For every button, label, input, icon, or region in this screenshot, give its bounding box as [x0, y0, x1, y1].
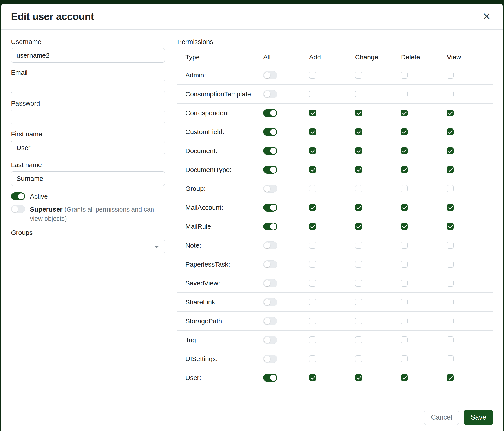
permission-view-checkbox[interactable]: [447, 166, 454, 173]
permission-change-checkbox[interactable]: [355, 242, 362, 249]
permission-change-checkbox[interactable]: [355, 355, 362, 362]
permission-view-checkbox[interactable]: [447, 280, 454, 287]
superuser-toggle[interactable]: [11, 205, 25, 213]
permission-add-checkbox[interactable]: [309, 355, 316, 362]
permission-add-checkbox[interactable]: [309, 242, 316, 249]
permission-delete-checkbox[interactable]: [401, 317, 408, 324]
permission-all-toggle[interactable]: [263, 204, 277, 212]
permission-add-checkbox[interactable]: [309, 185, 316, 192]
permission-delete-checkbox[interactable]: [401, 128, 408, 135]
permission-change-checkbox[interactable]: [355, 374, 362, 381]
permission-view-checkbox[interactable]: [447, 147, 454, 154]
permission-add-checkbox[interactable]: [309, 223, 316, 230]
modal-header: Edit user account ✕: [1, 3, 503, 30]
active-toggle[interactable]: [11, 192, 25, 200]
permission-add-checkbox[interactable]: [309, 280, 316, 287]
permission-change-checkbox[interactable]: [355, 299, 362, 305]
permission-view-checkbox[interactable]: [447, 72, 454, 79]
permission-view-checkbox[interactable]: [447, 336, 454, 343]
permission-all-toggle[interactable]: [263, 279, 277, 287]
permission-change-checkbox[interactable]: [355, 147, 362, 154]
permission-all-toggle[interactable]: [263, 298, 277, 306]
permission-all-toggle[interactable]: [263, 147, 277, 155]
permission-view-checkbox[interactable]: [447, 355, 454, 362]
permission-change-checkbox[interactable]: [355, 280, 362, 287]
permission-add-checkbox[interactable]: [309, 261, 316, 268]
permission-view-checkbox[interactable]: [447, 128, 454, 135]
permission-add-checkbox[interactable]: [309, 72, 316, 79]
permission-delete-checkbox[interactable]: [401, 147, 408, 154]
permission-view-checkbox[interactable]: [447, 242, 454, 249]
permission-add-checkbox[interactable]: [309, 147, 316, 154]
permission-all-toggle[interactable]: [263, 128, 277, 136]
permission-delete-checkbox[interactable]: [401, 242, 408, 249]
permission-view-checkbox[interactable]: [447, 90, 454, 98]
permission-all-toggle[interactable]: [263, 223, 277, 230]
permission-add-checkbox[interactable]: [309, 128, 316, 135]
permission-delete-checkbox[interactable]: [401, 185, 408, 192]
permission-delete-checkbox[interactable]: [401, 299, 408, 305]
permission-delete-checkbox[interactable]: [401, 204, 408, 211]
permission-all-toggle[interactable]: [263, 109, 277, 117]
permission-add-checkbox[interactable]: [309, 166, 316, 173]
permission-delete-checkbox[interactable]: [401, 166, 408, 173]
permission-all-toggle[interactable]: [263, 166, 277, 174]
superuser-text: Superuser (Grants all permissions and ca…: [30, 205, 165, 223]
permission-change-checkbox[interactable]: [355, 336, 362, 343]
permission-delete-checkbox[interactable]: [401, 90, 408, 98]
permission-change-checkbox[interactable]: [355, 128, 362, 135]
permission-add-checkbox[interactable]: [309, 204, 316, 211]
permission-change-checkbox[interactable]: [355, 261, 362, 268]
permission-change-checkbox[interactable]: [355, 166, 362, 173]
permission-view-checkbox[interactable]: [447, 204, 454, 211]
groups-select[interactable]: [11, 239, 165, 254]
permission-change-checkbox[interactable]: [355, 72, 362, 79]
permission-view-checkbox[interactable]: [447, 261, 454, 268]
password-input[interactable]: [11, 110, 165, 124]
permission-type-label: Correspondent:: [178, 109, 263, 117]
permission-view-checkbox[interactable]: [447, 374, 454, 381]
permission-all-toggle[interactable]: [263, 260, 277, 268]
permission-change-checkbox[interactable]: [355, 204, 362, 211]
permission-delete-checkbox[interactable]: [401, 374, 408, 381]
permission-add-checkbox[interactable]: [309, 317, 316, 324]
permission-view-checkbox[interactable]: [447, 223, 454, 230]
permission-all-toggle[interactable]: [263, 242, 277, 249]
first-name-input[interactable]: [11, 141, 165, 155]
permission-delete-checkbox[interactable]: [401, 280, 408, 287]
permission-all-toggle[interactable]: [263, 185, 277, 193]
permission-change-checkbox[interactable]: [355, 317, 362, 324]
last-name-input[interactable]: [11, 171, 165, 186]
permission-add-checkbox[interactable]: [309, 374, 316, 381]
permission-view-checkbox[interactable]: [447, 109, 454, 116]
permission-add-checkbox[interactable]: [309, 299, 316, 305]
permission-view-checkbox[interactable]: [447, 299, 454, 305]
permission-all-toggle[interactable]: [263, 336, 277, 344]
last-name-field-group: Last name: [11, 161, 165, 186]
permission-delete-checkbox[interactable]: [401, 336, 408, 343]
permission-change-checkbox[interactable]: [355, 185, 362, 192]
cancel-button[interactable]: Cancel: [424, 410, 459, 425]
permission-change-checkbox[interactable]: [355, 90, 362, 98]
permission-all-toggle[interactable]: [263, 355, 277, 363]
permission-add-checkbox[interactable]: [309, 336, 316, 343]
username-input[interactable]: [11, 48, 165, 63]
permission-delete-checkbox[interactable]: [401, 223, 408, 230]
permission-delete-checkbox[interactable]: [401, 261, 408, 268]
permission-add-checkbox[interactable]: [309, 109, 316, 116]
close-icon[interactable]: ✕: [480, 10, 493, 23]
permission-view-checkbox[interactable]: [447, 317, 454, 324]
permission-change-checkbox[interactable]: [355, 109, 362, 116]
permission-delete-checkbox[interactable]: [401, 72, 408, 79]
permission-change-checkbox[interactable]: [355, 223, 362, 230]
save-button[interactable]: Save: [464, 410, 493, 425]
permission-all-toggle[interactable]: [263, 90, 277, 98]
email-input[interactable]: [11, 79, 165, 93]
permission-view-checkbox[interactable]: [447, 185, 454, 192]
permission-delete-checkbox[interactable]: [401, 109, 408, 116]
permission-delete-checkbox[interactable]: [401, 355, 408, 362]
permission-all-toggle[interactable]: [263, 71, 277, 79]
permission-all-toggle[interactable]: [263, 317, 277, 325]
permission-add-checkbox[interactable]: [309, 90, 316, 98]
permission-all-toggle[interactable]: [263, 374, 277, 382]
